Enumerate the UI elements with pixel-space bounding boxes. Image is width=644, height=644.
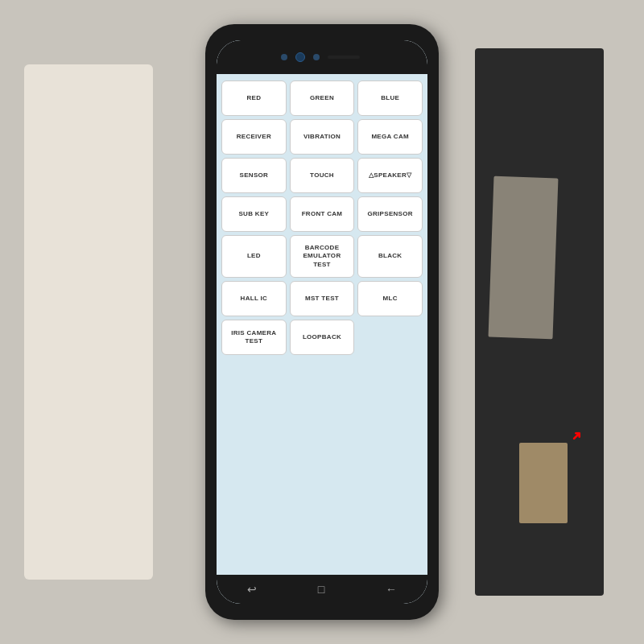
phone-top-bar — [217, 40, 427, 74]
btn-blue[interactable]: BLUE — [357, 80, 423, 116]
btn-gripsensor[interactable]: GRIPSENSOR — [357, 196, 423, 232]
sensor-dot-1 — [281, 54, 287, 60]
btn-receiver[interactable]: RECEIVER — [221, 119, 287, 155]
nav-back-icon[interactable]: ↩ — [247, 583, 257, 596]
btn-green[interactable]: GREEN — [290, 80, 355, 116]
btn-mlc[interactable]: MLC — [357, 281, 423, 316]
speaker-grille — [328, 56, 360, 59]
btn-front-cam[interactable]: FRONT CAM — [290, 196, 355, 232]
btn-empty — [357, 320, 423, 355]
btn-red[interactable]: RED — [221, 80, 287, 116]
btn-mst-test[interactable]: MST TEST — [290, 281, 355, 316]
left-foam — [24, 64, 153, 580]
nav-bar: ↩ □ ← — [217, 575, 427, 604]
screen-content: RED GREEN BLUE RECEIVER VIBRATION MEGA C… — [217, 74, 427, 575]
tape-strip-2 — [519, 443, 568, 523]
front-camera-lens — [295, 52, 305, 62]
btn-sensor[interactable]: SENSOR — [221, 158, 287, 193]
btn-loopback[interactable]: LOOPBACK — [290, 320, 355, 355]
btn-iris-camera-test[interactable]: IRIS CAMERA TEST — [221, 320, 287, 355]
btn-speaker[interactable]: △SPEAKER▽ — [357, 158, 423, 193]
btn-black[interactable]: BLACK — [357, 235, 423, 278]
btn-sub-key[interactable]: SUB KEY — [221, 196, 287, 232]
btn-mega-cam[interactable]: MEGA CAM — [357, 119, 423, 155]
btn-vibration[interactable]: VIBRATION — [290, 119, 355, 155]
tape-strip — [489, 176, 559, 340]
btn-hall-ic[interactable]: HALL IC — [221, 281, 287, 316]
nav-recent-icon[interactable]: ← — [386, 583, 397, 596]
btn-barcode-emulator-test[interactable]: BARCODE EMULATOR TEST — [290, 235, 355, 278]
nav-home-icon[interactable]: □ — [318, 583, 324, 596]
btn-touch[interactable]: TOUCH — [290, 158, 355, 193]
phone-device: RED GREEN BLUE RECEIVER VIBRATION MEGA C… — [205, 24, 439, 620]
sensor-dot-2 — [313, 54, 320, 60]
btn-led[interactable]: LED — [221, 235, 287, 278]
phone-screen: RED GREEN BLUE RECEIVER VIBRATION MEGA C… — [217, 40, 427, 604]
button-grid: RED GREEN BLUE RECEIVER VIBRATION MEGA C… — [221, 80, 423, 355]
